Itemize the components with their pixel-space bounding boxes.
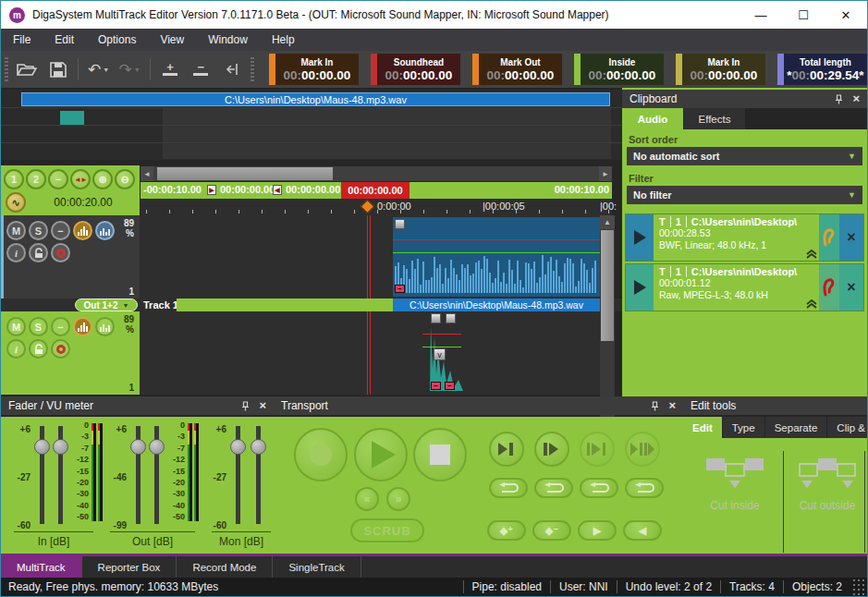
zoom-out-button[interactable]: − xyxy=(189,56,214,82)
close-button[interactable]: ✕ xyxy=(825,1,867,29)
redo-button[interactable]: ↷▼ xyxy=(116,56,141,82)
zoom-preset-2-button[interactable]: 2 xyxy=(26,169,46,189)
collapse-button[interactable]: − xyxy=(51,317,70,336)
tab-audio[interactable]: Audio xyxy=(622,108,683,129)
fader-knob[interactable] xyxy=(149,439,165,455)
meter-mode-button[interactable] xyxy=(73,317,92,336)
menu-help[interactable]: Help xyxy=(260,33,307,46)
zoom-preset-1-button[interactable]: 1 xyxy=(4,169,24,189)
fader-knob[interactable] xyxy=(230,439,246,455)
horizontal-scroll-thumb[interactable] xyxy=(157,167,333,180)
waveform-zoom-button[interactable]: ∿ xyxy=(6,192,26,213)
meter-mode-button[interactable] xyxy=(73,221,92,240)
filter-select[interactable]: No filter▼ xyxy=(627,186,862,204)
object-fade-handle[interactable]: − xyxy=(431,382,441,390)
track-2-content[interactable]: v − − xyxy=(140,311,600,395)
minimize-button[interactable]: — xyxy=(740,1,782,29)
cut-inside-tool[interactable]: Cut inside xyxy=(694,457,776,512)
play-button[interactable] xyxy=(354,428,408,481)
mon-fader-left[interactable] xyxy=(230,426,246,524)
fader-knob[interactable] xyxy=(34,439,50,455)
play-to-mark-button[interactable] xyxy=(489,432,524,467)
nudge-forward-button[interactable]: » xyxy=(386,487,410,511)
maximize-button[interactable]: ☐ xyxy=(782,1,825,29)
vertical-scroll-thumb[interactable] xyxy=(601,230,614,341)
mute-button[interactable]: M xyxy=(6,221,26,240)
in-fader-right[interactable] xyxy=(53,426,68,524)
clip-level-line[interactable] xyxy=(422,334,461,335)
menu-window[interactable]: Window xyxy=(196,33,260,46)
play-around-mark-button[interactable] xyxy=(625,432,660,467)
tab-singletrack[interactable]: SingleTrack xyxy=(273,556,361,578)
record-button[interactable] xyxy=(294,428,348,481)
tab-edit[interactable]: Edit xyxy=(683,417,722,438)
play-between-marks-button[interactable] xyxy=(580,432,615,467)
info-button[interactable]: i xyxy=(6,243,26,262)
object-fade-handle[interactable]: − xyxy=(395,285,405,293)
gain-level-line[interactable] xyxy=(393,252,600,253)
solo-button[interactable]: S xyxy=(29,221,48,240)
pin-icon[interactable] xyxy=(651,401,659,411)
add-marker-button[interactable]: ◆⁺ xyxy=(487,520,526,541)
track-1-content[interactable]: − xyxy=(140,215,600,298)
overview-object-track1[interactable]: C:\Users\nin\Desktop\Maus-48.mp3.wav xyxy=(21,92,610,106)
record-arm-button[interactable] xyxy=(51,243,70,262)
menu-file[interactable]: File xyxy=(1,33,43,46)
undo-button[interactable]: ↶▼ xyxy=(86,56,111,82)
fader-knob[interactable] xyxy=(130,439,146,455)
next-marker-button[interactable]: ▶ xyxy=(578,520,617,541)
collapse-button[interactable]: − xyxy=(51,221,70,240)
object-fade-handle[interactable]: − xyxy=(445,382,455,390)
mon-fader-right[interactable] xyxy=(251,426,266,524)
tab-multitrack[interactable]: MultiTrack xyxy=(1,556,82,578)
open-button[interactable] xyxy=(15,56,40,82)
track-name[interactable]: Track 1 xyxy=(143,299,178,311)
fader-knob[interactable] xyxy=(53,439,68,455)
close-panel-icon[interactable]: × xyxy=(259,401,266,410)
output-routing-button[interactable]: Out 1+2▼ xyxy=(75,298,138,311)
loop-1-button[interactable] xyxy=(489,478,528,498)
overview-object-track2[interactable] xyxy=(60,111,84,125)
toolbar-grip[interactable] xyxy=(5,57,8,81)
audio-object-track1[interactable]: − xyxy=(393,217,600,297)
close-panel-icon[interactable]: × xyxy=(668,401,676,410)
nudge-back-button[interactable]: « xyxy=(355,487,379,511)
fader-knob[interactable] xyxy=(251,439,266,455)
tab-record-mode[interactable]: Record Mode xyxy=(177,556,273,578)
timeline-markers-ruler[interactable]: -00:00:10.00 ▶ 00:00:00.00 ◀ 00:00:00.00… xyxy=(141,182,612,199)
mark-out-flag-icon[interactable]: ◀ xyxy=(273,185,282,195)
tab-separate[interactable]: Separate xyxy=(765,417,827,438)
record-arm-button[interactable] xyxy=(51,339,70,359)
meter-mode-2-button[interactable] xyxy=(95,317,115,336)
play-from-mark-button[interactable] xyxy=(534,432,569,467)
clipboard-item[interactable]: T1C:\Users\nin\Desktop\ 00:00:28.53 BWF,… xyxy=(625,213,864,262)
timeline-scale-ruler[interactable]: 0:00:00 |00:00:05 |00: xyxy=(141,199,612,215)
scroll-left-arrow[interactable]: ◄ xyxy=(141,166,153,181)
close-panel-icon[interactable]: × xyxy=(852,94,860,104)
zoom-in-button[interactable]: + xyxy=(158,56,183,82)
play-clip-button[interactable] xyxy=(626,214,654,261)
loop-3-button[interactable] xyxy=(580,478,618,498)
resize-grip[interactable] xyxy=(852,578,865,596)
stop-button[interactable] xyxy=(413,428,467,481)
play-clip-button[interactable] xyxy=(626,264,654,311)
mute-button[interactable]: M xyxy=(6,317,26,336)
zoom-out-time-button[interactable]: ⊖ xyxy=(115,169,135,189)
zoom-to-marks-button[interactable]: ◄► xyxy=(70,169,91,189)
gain-level-line[interactable] xyxy=(422,347,461,347)
loop-4-button[interactable] xyxy=(625,478,664,498)
scrub-button[interactable]: SCRUB xyxy=(350,518,424,542)
clipboard-item[interactable]: T1C:\Users\nin\Desktop\ 00:00:01.12 Raw,… xyxy=(625,263,864,311)
out-fader-left[interactable] xyxy=(130,426,146,524)
object-handle[interactable] xyxy=(395,219,405,229)
menu-view[interactable]: View xyxy=(148,33,196,46)
meter-mode-2-button[interactable] xyxy=(95,221,115,240)
sort-order-select[interactable]: No automatic sort▼ xyxy=(627,147,862,165)
prelisten-button[interactable] xyxy=(819,214,839,261)
project-overview[interactable]: C:\Users\nin\Desktop\Maus-48.mp3.wav xyxy=(1,90,622,160)
collapse-chevron-icon[interactable] xyxy=(806,250,817,259)
tab-reporter-box[interactable]: Reporter Box xyxy=(82,556,177,578)
collapse-chevron-icon[interactable] xyxy=(806,299,817,309)
zoom-all-button[interactable]: − xyxy=(48,169,68,189)
out-fader-right[interactable] xyxy=(149,426,165,524)
